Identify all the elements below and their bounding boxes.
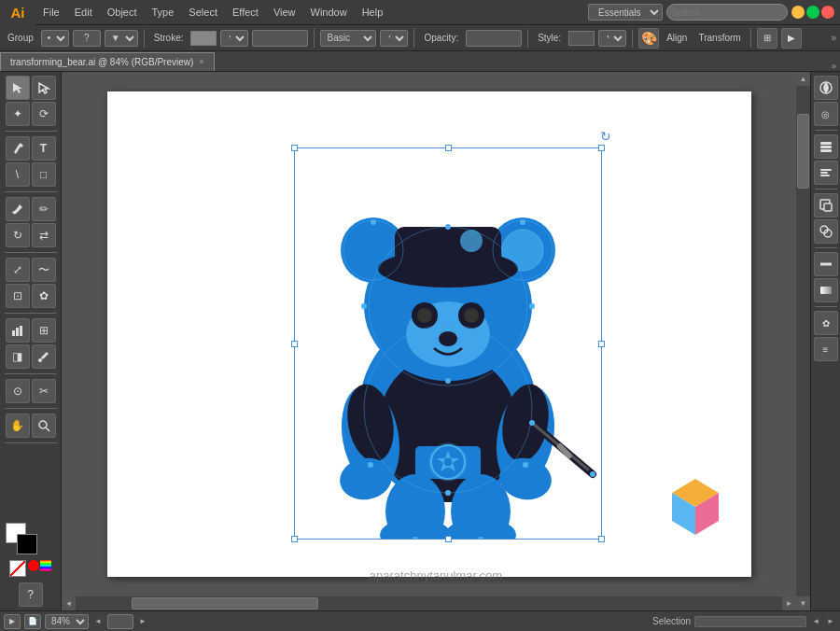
document-tab[interactable]: transforming_bear.ai @ 84% (RGB/Preview)… [0, 52, 215, 71]
handle-mid-right[interactable] [598, 341, 605, 347]
scroll-down-btn[interactable]: ▼ [796, 596, 810, 610]
status-nav-left[interactable]: ◄ [810, 617, 821, 625]
scissors-tool[interactable]: ✂ [32, 379, 56, 403]
fill-stroke-swatches[interactable] [6, 523, 43, 558]
status-nav-right[interactable]: ► [825, 617, 836, 625]
minimize-button[interactable] [791, 6, 805, 19]
scroll-thumb-vertical[interactable] [797, 114, 809, 189]
stroke-color[interactable] [190, 31, 217, 46]
group-dropdown[interactable]: • [41, 30, 69, 47]
align-panel-btn[interactable] [814, 161, 838, 185]
lasso-tool[interactable]: ⟳ [32, 102, 56, 126]
symbols-panel-btn[interactable]: ✿ [814, 311, 838, 335]
handle-bottom-right[interactable] [598, 536, 605, 542]
isolate-dropdown[interactable]: ▼ [105, 30, 138, 47]
search-input[interactable] [666, 4, 788, 21]
stroke-dropdown[interactable]: ▼ [220, 30, 248, 47]
hand-tool[interactable]: ✋ [6, 414, 30, 438]
menu-edit[interactable]: Edit [67, 4, 100, 21]
expand-btn[interactable]: » [831, 33, 836, 43]
pen-tool[interactable] [6, 136, 30, 161]
menu-select[interactable]: Select [181, 4, 225, 21]
zoom-tool[interactable] [32, 414, 56, 438]
status-info-btn[interactable]: 📄 [24, 614, 41, 629]
menu-window[interactable]: Window [303, 4, 355, 21]
prev-page-btn[interactable]: ◄ [92, 617, 104, 625]
workspace-dropdown[interactable]: Essentials [588, 4, 663, 21]
eyedropper-tool[interactable] [32, 344, 56, 369]
paintbrush-tool[interactable] [6, 197, 30, 221]
scroll-track-horizontal[interactable] [76, 596, 782, 610]
menu-effect[interactable]: Effect [225, 4, 266, 21]
menu-view[interactable]: View [266, 4, 303, 21]
horizontal-scrollbar[interactable]: ◄ ► [62, 596, 796, 610]
color-panel-btn[interactable] [814, 76, 838, 100]
selection-tool[interactable] [6, 76, 30, 100]
stroke-panel-btn[interactable] [814, 252, 838, 276]
symbol-sprayer-tool[interactable]: ✿ [32, 284, 56, 308]
free-transform-tool[interactable]: ⊡ [6, 284, 30, 308]
opacity-input[interactable]: 100% [466, 30, 522, 47]
align-label[interactable]: Align [663, 33, 691, 43]
transform-label[interactable]: Transform [694, 33, 744, 43]
rotate-tool[interactable]: ↻ [6, 223, 30, 247]
document-info-btn[interactable]: ▶ [4, 614, 21, 629]
page-input[interactable]: 1 [107, 614, 133, 629]
line-tool[interactable]: \ [6, 162, 30, 187]
handle-top-right[interactable] [598, 145, 605, 151]
handle-bottom-left[interactable] [291, 536, 298, 542]
magic-wand-tool[interactable]: ✦ [6, 102, 30, 126]
brush-dropdown[interactable]: Basic [320, 30, 376, 47]
menu-object[interactable]: Object [100, 4, 145, 21]
tab-expand-arrow[interactable]: » [828, 62, 840, 71]
gradient-tool[interactable]: ◨ [6, 344, 30, 369]
transform-panel-btn[interactable] [814, 193, 838, 217]
column-graph-tool[interactable] [6, 318, 30, 343]
color-mode-btn[interactable] [28, 560, 39, 571]
none-swatch[interactable] [9, 560, 26, 577]
help-btn[interactable]: ? [19, 582, 43, 607]
scroll-right-btn[interactable]: ► [782, 596, 796, 610]
pencil-tool[interactable]: ✏ [32, 197, 56, 221]
direct-selection-tool[interactable] [32, 76, 56, 100]
mesh-tool[interactable]: ⊞ [32, 318, 56, 343]
style-preview[interactable] [568, 31, 595, 46]
handle-mid-top[interactable] [445, 145, 452, 151]
envelope-btn[interactable]: ⊞ [757, 28, 777, 49]
type-tool[interactable]: T [32, 136, 56, 161]
stroke-weight[interactable] [252, 30, 308, 47]
scroll-thumb-horizontal[interactable] [132, 597, 318, 610]
rectangle-tool[interactable]: □ [32, 162, 56, 187]
scroll-up-btn[interactable]: ▲ [796, 72, 810, 86]
zoom-dropdown[interactable]: 84% [45, 614, 89, 629]
rotate-handle[interactable]: ↻ [600, 129, 611, 144]
tab-close-btn[interactable]: × [199, 57, 203, 66]
handle-mid-bottom[interactable] [445, 536, 452, 542]
scale-tool[interactable]: ⤢ [6, 258, 30, 282]
style-dropdown[interactable]: ▼ [598, 30, 626, 47]
pathfinder-panel-btn[interactable] [814, 219, 838, 244]
layers-panel-btn[interactable] [814, 134, 838, 159]
brush-more[interactable]: ▼ [380, 30, 408, 47]
close-button[interactable] [821, 6, 834, 19]
more-btn[interactable]: ▶ [781, 28, 802, 49]
warp-tool[interactable]: 〜 [32, 258, 56, 282]
maximize-button[interactable] [806, 6, 819, 19]
appearance-panel-btn[interactable]: ◎ [814, 102, 838, 126]
reflect-tool[interactable]: ⇄ [32, 223, 56, 247]
color-guide-btn[interactable]: 🎨 [638, 28, 659, 49]
menu-type[interactable]: Type [145, 4, 182, 21]
scroll-track-vertical[interactable] [796, 86, 810, 596]
blend-tool[interactable]: ⊙ [6, 379, 30, 403]
handle-top-left[interactable] [291, 145, 298, 151]
gradient-panel-btn[interactable] [814, 278, 838, 302]
more-panels-btn[interactable]: ≡ [814, 337, 838, 361]
menu-help[interactable]: Help [355, 4, 391, 21]
menu-file[interactable]: File [35, 4, 67, 21]
vertical-scrollbar[interactable]: ▲ ▼ [796, 72, 810, 610]
handle-mid-left[interactable] [291, 341, 298, 347]
scroll-left-btn[interactable]: ◄ [62, 596, 76, 610]
next-page-btn[interactable]: ► [137, 617, 148, 625]
gradient-mode-btn[interactable] [40, 560, 51, 571]
stroke-swatch[interactable] [17, 534, 37, 554]
